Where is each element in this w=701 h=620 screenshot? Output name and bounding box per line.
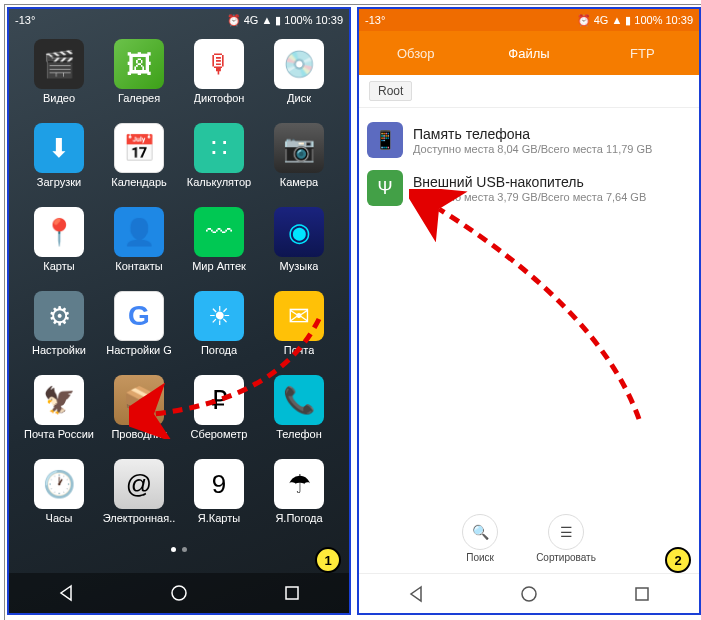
app-icon: ☀ xyxy=(194,291,244,341)
app-label: Погода xyxy=(201,344,237,356)
app-Я.Погода[interactable]: ☂Я.Погода xyxy=(259,459,339,543)
nav-bar xyxy=(9,573,349,613)
app-icon: 📅 xyxy=(114,123,164,173)
nav-recent[interactable] xyxy=(280,581,304,605)
svg-point-0 xyxy=(172,586,186,600)
app-Мир Аптек[interactable]: 〰Мир Аптек xyxy=(179,207,259,291)
breadcrumb-root[interactable]: Root xyxy=(369,81,412,101)
storage-item[interactable]: 📱Память телефонаДоступно места 8,04 GB/В… xyxy=(365,116,693,164)
app-icon: 💿 xyxy=(274,39,324,89)
step-badge-2: 2 xyxy=(665,547,691,573)
app-label: Почта России xyxy=(24,428,94,440)
action-sort[interactable]: ☰ Сортировать xyxy=(536,514,596,563)
app-Телефон[interactable]: 📞Телефон xyxy=(259,375,339,459)
app-label: Сберометр xyxy=(191,428,248,440)
storage-list: 📱Память телефонаДоступно места 8,04 GB/В… xyxy=(359,108,699,220)
storage-title: Внешний USB-накопитель xyxy=(413,174,691,190)
app-Проводник[interactable]: 📦Проводник xyxy=(99,375,179,459)
app-icon: ⚙ xyxy=(34,291,84,341)
app-icon: ◉ xyxy=(274,207,324,257)
app-label: Диктофон xyxy=(194,92,245,104)
nav-home[interactable] xyxy=(167,581,191,605)
app-Музыка[interactable]: ◉Музыка xyxy=(259,207,339,291)
app-Настройки G[interactable]: GНастройки G xyxy=(99,291,179,375)
nav-recent[interactable] xyxy=(630,582,654,606)
battery-percent: 100% xyxy=(284,14,312,26)
app-label: Калькулятор xyxy=(187,176,251,188)
alarm-icon: ⏰ xyxy=(227,14,241,27)
app-Сберометр[interactable]: ₽Сберометр xyxy=(179,375,259,459)
app-label: Телефон xyxy=(276,428,322,440)
breadcrumb: Root xyxy=(359,75,699,108)
app-icon: 📍 xyxy=(34,207,84,257)
sort-icon: ☰ xyxy=(548,514,584,550)
app-Галерея[interactable]: 🖼Галерея xyxy=(99,39,179,123)
nav-bar xyxy=(359,573,699,613)
battery-icon: ▮ xyxy=(275,14,281,27)
app-icon: 🎬 xyxy=(34,39,84,89)
app-Калькулятор[interactable]: ∷Калькулятор xyxy=(179,123,259,207)
battery-percent: 100% xyxy=(634,14,662,26)
app-icon: ⬇ xyxy=(34,123,84,173)
app-icon: 〰 xyxy=(194,207,244,257)
phone-home-screen: -13° ⏰ 4G ▲ ▮ 100% 10:39 🎬Видео🖼Галерея🎙… xyxy=(7,7,351,615)
app-Диск[interactable]: 💿Диск xyxy=(259,39,339,123)
nav-back[interactable] xyxy=(404,582,428,606)
app-label: Карты xyxy=(43,260,74,272)
storage-subtitle: Доступно места 8,04 GB/Всего места 11,79… xyxy=(413,143,691,155)
storage-title: Память телефона xyxy=(413,126,691,142)
app-label: Загрузки xyxy=(37,176,81,188)
app-Календарь[interactable]: 📅Календарь xyxy=(99,123,179,207)
app-Камера[interactable]: 📷Камера xyxy=(259,123,339,207)
app-icon: 🦅 xyxy=(34,375,84,425)
tab-overview[interactable]: Обзор xyxy=(359,46,472,61)
app-icon: 👤 xyxy=(114,207,164,257)
app-icon: ∷ xyxy=(194,123,244,173)
app-icon: ☂ xyxy=(274,459,324,509)
app-label: Календарь xyxy=(111,176,167,188)
app-Электронная..[interactable]: @Электронная.. xyxy=(99,459,179,543)
tab-files[interactable]: Файлы xyxy=(472,46,585,61)
app-icon: 9 xyxy=(194,459,244,509)
app-icon: 🎙 xyxy=(194,39,244,89)
signal-icon: ▲ xyxy=(261,14,272,26)
clock: 10:39 xyxy=(665,14,693,26)
app-Часы[interactable]: 🕐Часы xyxy=(19,459,99,543)
app-label: Настройки xyxy=(32,344,86,356)
app-icon: 📷 xyxy=(274,123,324,173)
app-Почта России[interactable]: 🦅Почта России xyxy=(19,375,99,459)
app-label: Контакты xyxy=(115,260,163,272)
nav-home[interactable] xyxy=(517,582,541,606)
status-bar: -13° ⏰ 4G ▲ ▮ 100% 10:39 xyxy=(359,9,699,31)
app-label: Настройки G xyxy=(106,344,172,356)
app-Контакты[interactable]: 👤Контакты xyxy=(99,207,179,291)
app-label: Проводник xyxy=(111,428,166,440)
app-Почта[interactable]: ✉Почта xyxy=(259,291,339,375)
screenshots-container: -13° ⏰ 4G ▲ ▮ 100% 10:39 🎬Видео🖼Галерея🎙… xyxy=(4,4,701,620)
phone-file-manager: -13° ⏰ 4G ▲ ▮ 100% 10:39 Обзор Файлы FTP… xyxy=(357,7,701,615)
action-search[interactable]: 🔍 Поиск xyxy=(462,514,498,563)
storage-item[interactable]: ΨВнешний USB-накопительДоступно места 3,… xyxy=(365,164,693,212)
app-icon: 📞 xyxy=(274,375,324,425)
app-Карты[interactable]: 📍Карты xyxy=(19,207,99,291)
nav-back[interactable] xyxy=(54,581,78,605)
temperature: -13° xyxy=(15,14,35,26)
app-icon: @ xyxy=(114,459,164,509)
svg-rect-1 xyxy=(286,587,298,599)
annotation-arrow xyxy=(409,189,669,449)
app-grid: 🎬Видео🖼Галерея🎙Диктофон💿Диск⬇Загрузки📅Ка… xyxy=(9,31,349,543)
search-icon: 🔍 xyxy=(462,514,498,550)
app-label: Я.Погода xyxy=(275,512,322,524)
app-icon: 🕐 xyxy=(34,459,84,509)
app-Диктофон[interactable]: 🎙Диктофон xyxy=(179,39,259,123)
svg-point-2 xyxy=(522,587,536,601)
app-Я.Карты[interactable]: 9Я.Карты xyxy=(179,459,259,543)
app-Загрузки[interactable]: ⬇Загрузки xyxy=(19,123,99,207)
app-Видео[interactable]: 🎬Видео xyxy=(19,39,99,123)
app-Погода[interactable]: ☀Погода xyxy=(179,291,259,375)
app-Настройки[interactable]: ⚙Настройки xyxy=(19,291,99,375)
app-label: Электронная.. xyxy=(103,512,176,524)
svg-rect-3 xyxy=(636,588,648,600)
tab-ftp[interactable]: FTP xyxy=(586,46,699,61)
app-icon: ✉ xyxy=(274,291,324,341)
